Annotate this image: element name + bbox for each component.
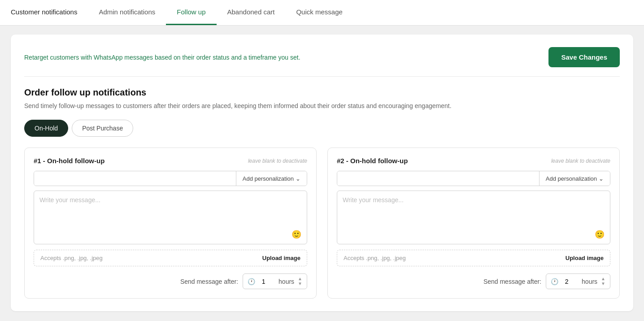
tab-abandoned-cart[interactable]: Abandoned cart — [217, 0, 286, 25]
personalization-btn-2[interactable]: Add personalization ⌄ — [539, 171, 610, 186]
save-button[interactable]: Save Changes — [548, 47, 620, 67]
hours-unit-1: hours — [278, 278, 294, 285]
toggle-group: On-Hold Post Purchase — [24, 120, 620, 137]
upload-btn-1[interactable]: Upload image — [262, 255, 300, 261]
tab-admin-notifications[interactable]: Admin notifications — [88, 0, 166, 25]
followup-card-2-hint: leave blank to deactivate — [551, 158, 610, 164]
upload-btn-2[interactable]: Upload image — [566, 255, 604, 261]
toggle-on-hold[interactable]: On-Hold — [24, 120, 68, 137]
hours-stepper-1[interactable]: ▲ ▼ — [298, 277, 302, 286]
upload-row-2: Accepts .png, .jpg, .jpeg Upload image — [337, 250, 610, 266]
toggle-post-purchase[interactable]: Post Purchase — [72, 120, 133, 137]
tab-customer-notifications[interactable]: Customer notifications — [0, 0, 88, 25]
section-title: Order follow up notifications — [24, 87, 620, 98]
hours-stepper-2[interactable]: ▲ ▼ — [601, 277, 605, 286]
personalization-row-1: Add personalization ⌄ — [34, 171, 307, 186]
personalization-input-2[interactable] — [337, 171, 539, 186]
followup-card-1: #1 - On-hold follow-up leave blank to de… — [24, 147, 317, 299]
message-area-1[interactable]: Write your message... 🙂 — [34, 191, 307, 244]
personalization-row-2: Add personalization ⌄ — [337, 171, 610, 186]
card-header: Retarget customers with WhatsApp message… — [24, 47, 620, 77]
main-card: Retarget customers with WhatsApp message… — [11, 35, 633, 311]
clock-icon-1: 🕐 — [248, 278, 255, 285]
header-description: Retarget customers with WhatsApp message… — [24, 54, 300, 61]
followup-card-2-header: #2 - On-hold follow-up leave blank to de… — [337, 157, 610, 165]
main-content: Retarget customers with WhatsApp message… — [0, 26, 644, 320]
send-row-1: Send message after: 🕐 hours ▲ ▼ — [34, 273, 307, 289]
personalization-input-1[interactable] — [34, 171, 236, 186]
chevron-down-icon-2: ⌄ — [599, 175, 604, 182]
hours-unit-2: hours — [582, 278, 597, 285]
send-label-2: Send message after: — [483, 278, 541, 285]
followup-grid: #1 - On-hold follow-up leave blank to de… — [24, 147, 620, 299]
message-placeholder-2: Write your message... — [343, 196, 404, 204]
followup-card-1-title: #1 - On-hold follow-up — [34, 157, 104, 165]
hours-input-group-1: 🕐 hours ▲ ▼ — [243, 273, 307, 289]
emoji-icon-2[interactable]: 🙂 — [595, 230, 605, 239]
hours-input-1[interactable] — [258, 278, 276, 285]
send-row-2: Send message after: 🕐 hours ▲ ▼ — [337, 273, 610, 289]
chevron-down-icon: ⌄ — [296, 175, 300, 182]
followup-card-2-title: #2 - On-hold follow-up — [337, 157, 408, 165]
personalization-btn-1[interactable]: Add personalization ⌄ — [236, 171, 307, 186]
followup-card-1-header: #1 - On-hold follow-up leave blank to de… — [34, 157, 307, 165]
upload-row-1: Accepts .png, .jpg, .jpeg Upload image — [34, 250, 307, 266]
followup-card-1-hint: leave blank to deactivate — [248, 158, 307, 164]
section-description: Send timely follow-up messages to custom… — [24, 101, 620, 111]
send-label-1: Send message after: — [180, 278, 238, 285]
hours-input-2[interactable] — [561, 278, 579, 285]
upload-hint-1: Accepts .png, .jpg, .jpeg — [40, 255, 103, 261]
tabs-bar: Customer notifications Admin notificatio… — [0, 0, 644, 26]
tab-quick-message[interactable]: Quick message — [285, 0, 353, 25]
message-placeholder-1: Write your message... — [39, 196, 100, 204]
emoji-icon-1[interactable]: 🙂 — [292, 230, 301, 239]
upload-hint-2: Accepts .png, .jpg, .jpeg — [344, 255, 406, 261]
followup-card-2: #2 - On-hold follow-up leave blank to de… — [327, 147, 620, 299]
clock-icon-2: 🕐 — [551, 278, 558, 285]
hours-input-group-2: 🕐 hours ▲ ▼ — [546, 273, 610, 289]
message-area-2[interactable]: Write your message... 🙂 — [337, 191, 610, 244]
tab-follow-up[interactable]: Follow up — [166, 0, 216, 25]
